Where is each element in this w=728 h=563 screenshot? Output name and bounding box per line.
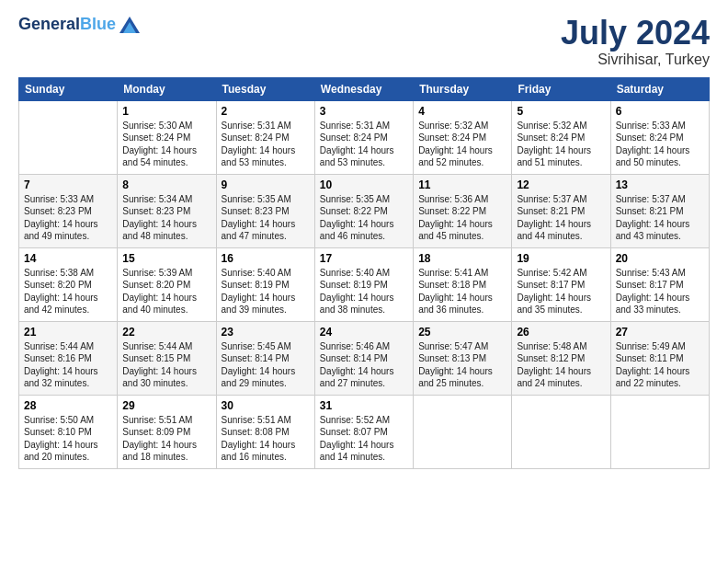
calendar-cell: 24Sunrise: 5:46 AMSunset: 8:14 PMDayligh… [314,321,413,395]
cell-content: Sunrise: 5:36 AMSunset: 8:22 PMDaylight:… [418,193,506,243]
header: GeneralBlue July 2024 Sivrihisar, Turkey [18,15,710,68]
cell-content: Sunrise: 5:40 AMSunset: 8:19 PMDaylight:… [222,267,310,316]
subtitle: Sivrihisar, Turkey [561,52,710,68]
day-number: 10 [320,178,408,191]
column-header-tuesday: Tuesday [216,77,314,100]
cell-content: Sunrise: 5:34 AMSunset: 8:23 PMDaylight:… [122,193,210,243]
day-number: 8 [122,178,210,191]
week-row-3: 14Sunrise: 5:38 AMSunset: 8:20 PMDayligh… [19,247,710,321]
calendar-cell: 22Sunrise: 5:44 AMSunset: 8:15 PMDayligh… [118,321,216,395]
cell-content: Sunrise: 5:45 AMSunset: 8:14 PMDaylight:… [222,340,310,390]
cell-content: Sunrise: 5:49 AMSunset: 8:11 PMDaylight:… [616,340,704,390]
column-header-monday: Monday [118,77,216,100]
calendar-cell: 2Sunrise: 5:31 AMSunset: 8:24 PMDaylight… [216,100,314,174]
day-number: 31 [320,399,408,412]
logo-icon [118,15,142,35]
week-row-2: 7Sunrise: 5:33 AMSunset: 8:23 PMDaylight… [19,174,710,247]
day-number: 1 [122,105,210,118]
calendar-cell: 27Sunrise: 5:49 AMSunset: 8:11 PMDayligh… [610,321,709,395]
day-number: 15 [122,252,210,265]
calendar-cell: 25Sunrise: 5:47 AMSunset: 8:13 PMDayligh… [414,321,512,395]
cell-content: Sunrise: 5:35 AMSunset: 8:22 PMDaylight:… [320,193,408,243]
day-number: 12 [517,178,605,191]
day-number: 17 [320,252,408,265]
calendar-cell: 15Sunrise: 5:39 AMSunset: 8:20 PMDayligh… [118,247,216,321]
calendar-header-row: SundayMondayTuesdayWednesdayThursdayFrid… [19,77,710,100]
cell-content: Sunrise: 5:50 AMSunset: 8:10 PMDaylight:… [24,414,112,464]
calendar-cell: 26Sunrise: 5:48 AMSunset: 8:12 PMDayligh… [512,321,610,395]
week-row-1: 1Sunrise: 5:30 AMSunset: 8:24 PMDaylight… [19,100,710,174]
column-header-wednesday: Wednesday [314,77,413,100]
logo: GeneralBlue [18,15,142,35]
day-number: 22 [122,326,210,339]
cell-content: Sunrise: 5:51 AMSunset: 8:08 PMDaylight:… [222,414,310,464]
column-header-friday: Friday [512,77,610,100]
calendar-cell: 17Sunrise: 5:40 AMSunset: 8:19 PMDayligh… [314,247,413,321]
cell-content: Sunrise: 5:31 AMSunset: 8:24 PMDaylight:… [222,120,310,169]
cell-content: Sunrise: 5:32 AMSunset: 8:24 PMDaylight:… [418,120,506,169]
calendar-cell: 16Sunrise: 5:40 AMSunset: 8:19 PMDayligh… [216,247,314,321]
calendar-cell: 4Sunrise: 5:32 AMSunset: 8:24 PMDaylight… [414,100,512,174]
day-number: 30 [222,399,310,412]
calendar-cell [512,395,610,468]
calendar-cell: 1Sunrise: 5:30 AMSunset: 8:24 PMDaylight… [118,100,216,174]
cell-content: Sunrise: 5:30 AMSunset: 8:24 PMDaylight:… [122,120,210,169]
cell-content: Sunrise: 5:37 AMSunset: 8:21 PMDaylight:… [517,193,605,243]
day-number: 21 [24,326,112,339]
calendar-cell: 12Sunrise: 5:37 AMSunset: 8:21 PMDayligh… [512,174,610,247]
title-block: July 2024 Sivrihisar, Turkey [561,15,710,68]
day-number: 9 [222,178,310,191]
day-number: 20 [616,252,704,265]
day-number: 7 [24,178,112,191]
calendar-cell: 31Sunrise: 5:52 AMSunset: 8:07 PMDayligh… [314,395,413,468]
calendar-cell: 30Sunrise: 5:51 AMSunset: 8:08 PMDayligh… [216,395,314,468]
calendar-cell: 11Sunrise: 5:36 AMSunset: 8:22 PMDayligh… [414,174,512,247]
cell-content: Sunrise: 5:31 AMSunset: 8:24 PMDaylight:… [320,120,408,169]
column-header-sunday: Sunday [19,77,118,100]
day-number: 25 [418,326,506,339]
calendar-cell [19,100,118,174]
day-number: 29 [122,399,210,412]
day-number: 24 [320,326,408,339]
day-number: 11 [418,178,506,191]
day-number: 6 [616,105,704,118]
cell-content: Sunrise: 5:52 AMSunset: 8:07 PMDaylight:… [320,414,408,464]
day-number: 19 [517,252,605,265]
logo-text: GeneralBlue [18,16,116,34]
cell-content: Sunrise: 5:44 AMSunset: 8:16 PMDaylight:… [24,340,112,390]
calendar-cell: 23Sunrise: 5:45 AMSunset: 8:14 PMDayligh… [216,321,314,395]
calendar-table: SundayMondayTuesdayWednesdayThursdayFrid… [18,77,710,469]
cell-content: Sunrise: 5:35 AMSunset: 8:23 PMDaylight:… [222,193,310,243]
calendar-cell: 8Sunrise: 5:34 AMSunset: 8:23 PMDaylight… [118,174,216,247]
calendar-cell [610,395,709,468]
calendar-cell: 14Sunrise: 5:38 AMSunset: 8:20 PMDayligh… [19,247,118,321]
column-header-saturday: Saturday [610,77,709,100]
day-number: 2 [222,105,310,118]
day-number: 4 [418,105,506,118]
calendar-cell: 9Sunrise: 5:35 AMSunset: 8:23 PMDaylight… [216,174,314,247]
day-number: 13 [616,178,704,191]
main-title: July 2024 [561,15,710,52]
calendar-cell: 21Sunrise: 5:44 AMSunset: 8:16 PMDayligh… [19,321,118,395]
calendar-cell: 18Sunrise: 5:41 AMSunset: 8:18 PMDayligh… [414,247,512,321]
calendar-cell: 20Sunrise: 5:43 AMSunset: 8:17 PMDayligh… [610,247,709,321]
calendar-cell: 29Sunrise: 5:51 AMSunset: 8:09 PMDayligh… [118,395,216,468]
cell-content: Sunrise: 5:41 AMSunset: 8:18 PMDaylight:… [418,267,506,316]
cell-content: Sunrise: 5:32 AMSunset: 8:24 PMDaylight:… [517,120,605,169]
cell-content: Sunrise: 5:33 AMSunset: 8:23 PMDaylight:… [24,193,112,243]
cell-content: Sunrise: 5:47 AMSunset: 8:13 PMDaylight:… [418,340,506,390]
calendar-cell: 3Sunrise: 5:31 AMSunset: 8:24 PMDaylight… [314,100,413,174]
day-number: 28 [24,399,112,412]
calendar-cell: 19Sunrise: 5:42 AMSunset: 8:17 PMDayligh… [512,247,610,321]
calendar-cell: 5Sunrise: 5:32 AMSunset: 8:24 PMDaylight… [512,100,610,174]
day-number: 14 [24,252,112,265]
cell-content: Sunrise: 5:38 AMSunset: 8:20 PMDaylight:… [24,267,112,316]
column-header-thursday: Thursday [414,77,512,100]
calendar-cell [414,395,512,468]
cell-content: Sunrise: 5:44 AMSunset: 8:15 PMDaylight:… [122,340,210,390]
cell-content: Sunrise: 5:40 AMSunset: 8:19 PMDaylight:… [320,267,408,316]
cell-content: Sunrise: 5:39 AMSunset: 8:20 PMDaylight:… [122,267,210,316]
day-number: 5 [517,105,605,118]
day-number: 18 [418,252,506,265]
calendar-cell: 28Sunrise: 5:50 AMSunset: 8:10 PMDayligh… [19,395,118,468]
